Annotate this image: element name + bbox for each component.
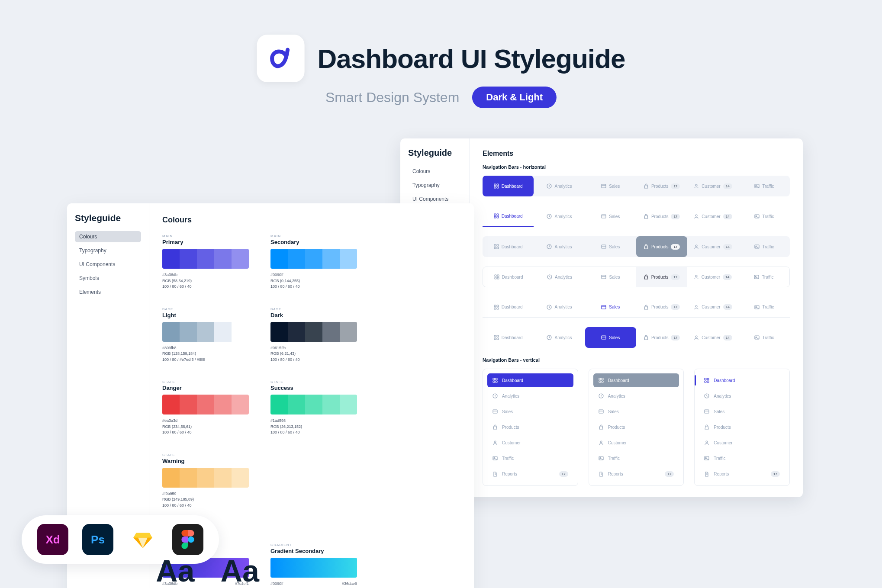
vnav-item-reports[interactable]: Reports17 bbox=[487, 467, 573, 481]
vnav-item-analytics[interactable]: Analytics bbox=[487, 389, 573, 403]
nav-item-analytics[interactable]: Analytics bbox=[534, 176, 585, 196]
sidebar-title: Styleguide bbox=[408, 148, 461, 158]
sidebar-item-ui-components[interactable]: UI Components bbox=[75, 259, 141, 270]
nav-item-sales[interactable]: Sales bbox=[585, 206, 636, 227]
nav-item-traffic[interactable]: Traffic bbox=[739, 236, 790, 257]
swatch-gradient-secondary: GRADIENTGradient Secondary #0090ffRGB (0… bbox=[270, 543, 357, 588]
nav-item-traffic[interactable]: Traffic bbox=[739, 327, 790, 348]
figma-icon bbox=[172, 524, 203, 555]
vnav-item-dashboard[interactable]: Dashboard bbox=[593, 373, 679, 387]
vnav-item-traffic[interactable]: Traffic bbox=[593, 451, 679, 465]
nav-item-dashboard[interactable]: Dashboard bbox=[483, 236, 534, 257]
nav-item-sales[interactable]: Sales bbox=[585, 297, 636, 317]
swatch-dark: BASEDark #06152bRGB (6,21,43)100 / 80 / … bbox=[270, 307, 357, 363]
navbar-horizontal: DashboardAnalyticsSalesProducts17Custome… bbox=[483, 327, 790, 348]
swatch-warning: STATEWarning #f9b959RGB (249,185,89)100 … bbox=[162, 453, 249, 509]
content-heading: Elements bbox=[483, 150, 790, 157]
content-heading: Colours bbox=[162, 215, 461, 225]
tagline: Smart Design System bbox=[325, 90, 459, 106]
nav-item-products[interactable]: Products17 bbox=[636, 297, 687, 317]
swatch-light: BASELight #809fb8RGB (128,159,184)100 / … bbox=[162, 307, 249, 363]
navbar-horizontal: DashboardAnalyticsSalesProducts17Custome… bbox=[483, 236, 790, 257]
svg-point-9 bbox=[188, 537, 194, 543]
section-label-horizontal: Navigation Bars - horizontal bbox=[483, 164, 790, 170]
swatch-primary: MAINPrimary #3a36dbRGB (58,54,219)100 / … bbox=[162, 234, 249, 290]
nav-item-customer[interactable]: Customer14 bbox=[687, 236, 738, 257]
sidebar-title: Styleguide bbox=[75, 213, 141, 223]
navbar-horizontal: DashboardAnalyticsSalesProducts17Custome… bbox=[483, 176, 790, 196]
page-header: Dashboard UI Styleguide bbox=[257, 35, 625, 82]
nav-item-dashboard[interactable]: Dashboard bbox=[483, 297, 534, 317]
vnav-item-analytics[interactable]: Analytics bbox=[699, 389, 785, 403]
nav-item-dashboard[interactable]: Dashboard bbox=[483, 327, 534, 348]
nav-item-sales[interactable]: Sales bbox=[585, 267, 636, 287]
nav-item-dashboard[interactable]: Dashboard bbox=[483, 176, 534, 196]
nav-item-traffic[interactable]: Traffic bbox=[739, 176, 790, 196]
section-label-vertical: Navigation Bars - vertical bbox=[483, 357, 790, 363]
vnav-item-sales[interactable]: Sales bbox=[487, 405, 573, 418]
theme-pill: Dark & Light bbox=[472, 87, 557, 108]
page-subheader: Smart Design System Dark & Light bbox=[325, 87, 557, 108]
vnav-item-analytics[interactable]: Analytics bbox=[593, 389, 679, 403]
vnav-item-products[interactable]: Products bbox=[699, 420, 785, 434]
navbar-horizontal: DashboardAnalyticsSalesProducts17Custome… bbox=[483, 206, 790, 227]
navbar-vertical: DashboardAnalyticsSalesProductsCustomerT… bbox=[589, 369, 684, 486]
nav-item-traffic[interactable]: Traffic bbox=[739, 297, 790, 317]
nav-item-analytics[interactable]: Analytics bbox=[534, 206, 585, 227]
xd-icon: Xd bbox=[37, 524, 68, 555]
nav-item-dashboard[interactable]: Dashboard bbox=[483, 206, 534, 227]
nav-item-customer[interactable]: Customer14 bbox=[687, 327, 738, 348]
ps-icon: Ps bbox=[82, 524, 113, 555]
nav-item-customer[interactable]: Customer14 bbox=[687, 297, 738, 317]
nav-item-products[interactable]: Products17 bbox=[636, 206, 687, 227]
sidebar-item-typography[interactable]: Typography bbox=[408, 180, 461, 191]
nav-item-traffic[interactable]: Traffic bbox=[739, 206, 790, 227]
nav-item-sales[interactable]: Sales bbox=[585, 176, 636, 196]
nav-item-products[interactable]: Products17 bbox=[636, 236, 687, 257]
vnav-item-reports[interactable]: Reports17 bbox=[699, 467, 785, 481]
nav-item-analytics[interactable]: Analytics bbox=[534, 327, 585, 348]
nav-item-sales[interactable]: Sales bbox=[585, 236, 636, 257]
nav-item-customer[interactable]: Customer14 bbox=[687, 176, 738, 196]
vnav-item-traffic[interactable]: Traffic bbox=[487, 451, 573, 465]
nav-item-analytics[interactable]: Analytics bbox=[534, 236, 585, 257]
vnav-item-traffic[interactable]: Traffic bbox=[699, 451, 785, 465]
typo-sample: Aa bbox=[156, 554, 194, 588]
typo-sample: Aa bbox=[220, 554, 259, 588]
nav-item-traffic[interactable]: Traffic bbox=[738, 267, 789, 287]
sidebar-item-colours[interactable]: Colours bbox=[75, 231, 141, 242]
nav-item-products[interactable]: Products17 bbox=[636, 176, 687, 196]
nav-item-products[interactable]: Products17 bbox=[636, 267, 687, 287]
sidebar-item-symbols[interactable]: Symbols bbox=[75, 273, 141, 284]
vnav-item-products[interactable]: Products bbox=[487, 420, 573, 434]
elements-content: Elements Navigation Bars - horizontal Da… bbox=[470, 138, 803, 497]
vnav-item-sales[interactable]: Sales bbox=[699, 405, 785, 418]
nav-item-sales[interactable]: Sales bbox=[585, 327, 636, 348]
nav-item-analytics[interactable]: Analytics bbox=[534, 297, 585, 317]
nav-item-customer[interactable]: Customer14 bbox=[687, 267, 738, 287]
vnav-item-reports[interactable]: Reports17 bbox=[593, 467, 679, 481]
page-title: Dashboard UI Styleguide bbox=[318, 43, 625, 74]
typography-preview: Aa Aa bbox=[156, 554, 259, 588]
nav-item-dashboard[interactable]: Dashboard bbox=[483, 267, 534, 287]
sidebar-item-colours[interactable]: Colours bbox=[408, 166, 461, 177]
navbar-vertical: DashboardAnalyticsSalesProductsCustomerT… bbox=[694, 369, 790, 486]
swatch-secondary: MAINSecondary #0090ffRGB (0,144,255)100 … bbox=[270, 234, 357, 290]
sketch-icon bbox=[127, 524, 158, 555]
nav-item-products[interactable]: Products17 bbox=[636, 327, 687, 348]
vnav-item-customer[interactable]: Customer bbox=[699, 436, 785, 450]
nav-item-analytics[interactable]: Analytics bbox=[534, 267, 585, 287]
navbar-horizontal: DashboardAnalyticsSalesProducts17Custome… bbox=[483, 267, 790, 287]
vnav-item-customer[interactable]: Customer bbox=[593, 436, 679, 450]
swatch-danger: STATEDanger #ea3a3dRGB (234,58,61)100 / … bbox=[162, 380, 249, 436]
sidebar-item-typography[interactable]: Typography bbox=[75, 245, 141, 256]
vnav-item-sales[interactable]: Sales bbox=[593, 405, 679, 418]
logo bbox=[257, 35, 305, 82]
vnav-item-dashboard[interactable]: Dashboard bbox=[699, 373, 785, 387]
sidebar-item-elements[interactable]: Elements bbox=[75, 286, 141, 298]
vnav-item-customer[interactable]: Customer bbox=[487, 436, 573, 450]
swatch-success: STATESuccess #1ad598RGB (26,213,152)100 … bbox=[270, 380, 357, 436]
nav-item-customer[interactable]: Customer14 bbox=[687, 206, 738, 227]
vnav-item-products[interactable]: Products bbox=[593, 420, 679, 434]
vnav-item-dashboard[interactable]: Dashboard bbox=[487, 373, 573, 387]
